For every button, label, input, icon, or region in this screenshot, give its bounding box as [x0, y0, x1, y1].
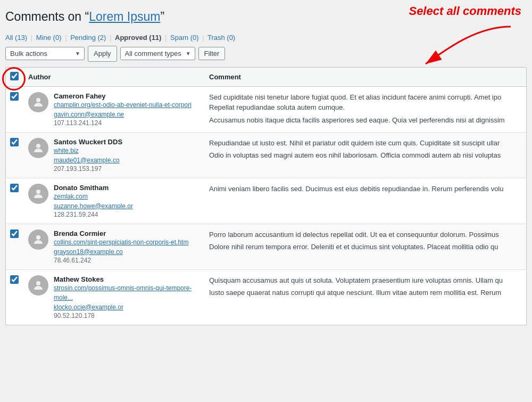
comment-cell: Animi veniam libero facilis sed. Ducimus… [204, 178, 526, 224]
author-ip: 128.231.59.244 [54, 211, 198, 218]
apply-button[interactable]: Apply [88, 46, 117, 62]
filter-links: All (13) | Mine (0) | Pending (2) | Appr… [5, 34, 527, 42]
author-info: Cameron Fahey champlin.org/est-odio-ab-e… [54, 92, 198, 127]
author-url[interactable]: strosin.com/possimus-omnis-omnis-qui-tem… [54, 283, 198, 302]
filter-button[interactable]: Filter [198, 47, 226, 60]
comments-table-wrapper: Author Comment Cameron Fahey champlin.or… [5, 67, 527, 325]
author-info: Santos Wuckert DDS white.biz maude01@exa… [54, 138, 198, 173]
comment-types-wrapper: All comment types Comments Pings ▼ [120, 47, 195, 60]
svg-point-2 [36, 144, 40, 148]
author-url[interactable]: zemlak.com [54, 192, 198, 201]
avatar [28, 92, 48, 112]
author-info: Mathew Stokes strosin.com/possimus-omnis… [54, 275, 198, 319]
svg-point-5 [36, 281, 40, 285]
author-url[interactable]: collins.com/sint-perspiciatis-non-corpor… [54, 237, 198, 247]
row-checkbox[interactable] [10, 275, 19, 284]
row-checkbox-cell [6, 132, 23, 178]
comment-text: Quisquam accusamus aut quis ut soluta. V… [209, 275, 521, 298]
bulk-bar: Bulk actions Approve Unapprove Mark as S… [5, 46, 527, 62]
row-checkbox[interactable] [10, 92, 19, 101]
comment-types-select[interactable]: All comment types Comments Pings [120, 47, 195, 60]
avatar [28, 229, 48, 250]
author-email[interactable]: klocko.ocie@example.or [54, 302, 198, 312]
author-url[interactable]: white.biz [54, 146, 198, 155]
filter-spam[interactable]: Spam (0) [170, 34, 198, 42]
avatar [28, 138, 48, 158]
comment-text: Porro laborum accusantium id delectus re… [209, 229, 521, 252]
author-email[interactable]: suzanne.howe@example.or [54, 201, 198, 211]
filter-trash[interactable]: Trash (0) [207, 34, 235, 42]
author-info: Brenda Cormier collins.com/sint-perspici… [54, 229, 198, 264]
bulk-actions-wrapper: Bulk actions Approve Unapprove Mark as S… [5, 47, 85, 60]
avatar [28, 184, 48, 204]
author-ip: 78.46.61.242 [54, 257, 198, 264]
author-cell: Mathew Stokes strosin.com/possimus-omnis… [23, 269, 204, 325]
author-column-header: Author [23, 68, 204, 87]
author-email[interactable]: maude01@example.co [54, 155, 198, 165]
author-info: Donato Smitham zemlak.com suzanne.howe@e… [54, 184, 198, 218]
comment-column-header: Comment [204, 68, 526, 87]
author-email[interactable]: gavin.conn@example.ne [54, 110, 198, 119]
avatar [28, 275, 48, 296]
comments-table: Author Comment Cameron Fahey champlin.or… [6, 68, 526, 325]
comment-cell: Porro laborum accusantium id delectus re… [204, 224, 526, 269]
row-checkbox[interactable] [10, 138, 19, 146]
row-checkbox[interactable] [10, 229, 19, 238]
author-name: Brenda Cormier [54, 229, 198, 237]
author-name: Donato Smitham [54, 184, 198, 192]
table-row: Donato Smitham zemlak.com suzanne.howe@e… [6, 178, 526, 224]
filter-pending[interactable]: Pending (2) [70, 34, 106, 42]
author-ip: 207.193.153.197 [54, 165, 198, 173]
select-all-header [6, 68, 23, 87]
author-ip: 107.113.241.124 [54, 119, 198, 127]
author-cell: Santos Wuckert DDS white.biz maude01@exa… [23, 132, 204, 178]
row-checkbox-cell [6, 224, 23, 269]
author-cell: Cameron Fahey champlin.org/est-odio-ab-e… [23, 86, 204, 132]
svg-point-4 [36, 235, 40, 240]
filter-approved[interactable]: Approved (11) [115, 34, 161, 42]
author-name: Santos Wuckert DDS [54, 138, 198, 146]
row-checkbox-cell [6, 269, 23, 325]
filter-all[interactable]: All (13) [5, 34, 27, 42]
table-row: Santos Wuckert DDS white.biz maude01@exa… [6, 132, 526, 178]
comment-text: Animi veniam libero facilis sed. Ducimus… [209, 184, 521, 194]
bulk-actions-select[interactable]: Bulk actions Approve Unapprove Mark as S… [5, 47, 85, 60]
table-row: Mathew Stokes strosin.com/possimus-omnis… [6, 269, 526, 325]
comment-text: Repudiandae ut iusto est. Nihil et paria… [209, 138, 521, 161]
table-row: Cameron Fahey champlin.org/est-odio-ab-e… [6, 86, 526, 132]
table-row: Brenda Cormier collins.com/sint-perspici… [6, 224, 526, 269]
author-name: Mathew Stokes [54, 275, 198, 283]
svg-point-3 [36, 190, 40, 194]
comment-cell: Sed cupiditate nisi tenetur labore fugia… [204, 86, 526, 132]
row-checkbox-cell [6, 178, 23, 224]
svg-point-1 [36, 98, 40, 102]
row-checkbox[interactable] [10, 184, 19, 192]
comment-cell: Quisquam accusamus aut quis ut soluta. V… [204, 269, 526, 325]
author-ip: 90.52.120.178 [54, 312, 198, 319]
comment-cell: Repudiandae ut iusto est. Nihil et paria… [204, 132, 526, 178]
post-title-link[interactable]: Lorem Ipsum [89, 10, 160, 23]
row-checkbox-cell [6, 86, 23, 132]
author-name: Cameron Fahey [54, 92, 198, 100]
author-url[interactable]: champlin.org/est-odio-ab-eveniet-nulla-e… [54, 100, 198, 110]
author-email[interactable]: grayson18@example.co [54, 247, 198, 257]
author-cell: Donato Smitham zemlak.com suzanne.howe@e… [23, 178, 204, 224]
page-title: Comments on “Lorem Ipsum” [5, 5, 527, 28]
comment-text: Sed cupiditate nisi tenetur labore fugia… [209, 92, 521, 126]
author-cell: Brenda Cormier collins.com/sint-perspici… [23, 224, 204, 269]
select-all-checkbox[interactable] [10, 72, 19, 80]
filter-mine[interactable]: Mine (0) [36, 34, 62, 42]
